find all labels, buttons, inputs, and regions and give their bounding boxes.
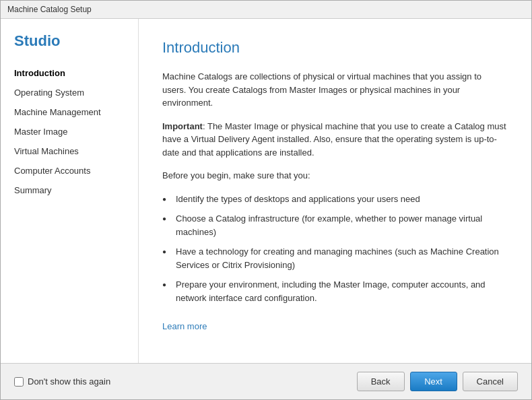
sidebar-item-summary[interactable]: Summary [1,180,138,200]
sidebar-item-introduction[interactable]: Introduction [1,63,138,83]
sidebar-item-virtual-machines[interactable]: Virtual Machines [1,141,138,161]
sidebar-item-operating-system[interactable]: Operating System [1,83,138,102]
sidebar-item-master-image[interactable]: Master Image [1,122,138,141]
bullet-item-4: Prepare your environment, including the … [162,275,508,308]
content-area: Studio Introduction Operating System Mac… [1,19,531,363]
window-title: Machine Catalog Setup [7,5,92,14]
dont-show-checkbox[interactable] [14,377,24,387]
cancel-button[interactable]: Cancel [463,372,518,391]
next-button[interactable]: Next [410,372,457,391]
important-text: : The Master Image or physical machine t… [162,121,506,158]
before-begin-text: Before you begin, make sure that you: [162,169,508,182]
title-bar: Machine Catalog Setup [1,1,531,19]
learn-more-link[interactable]: Learn more [162,321,508,331]
sidebar-title: Studio [1,32,138,63]
page-title: Introduction [162,39,508,57]
main-content: Introduction Machine Catalogs are collec… [139,19,531,363]
important-label: Important [162,121,203,131]
bullet-list: Identify the types of desktops and appli… [162,189,508,308]
dont-show-label: Don't show this again [28,376,110,387]
sidebar-item-computer-accounts[interactable]: Computer Accounts [1,161,138,180]
intro-paragraph: Machine Catalogs are collections of phys… [162,70,508,110]
footer: Don't show this again Back Next Cancel [1,363,531,399]
important-block: Important: The Master Image or physical … [162,120,508,160]
sidebar-item-machine-management[interactable]: Machine Management [1,102,138,122]
window: Machine Catalog Setup Studio Introductio… [0,0,532,400]
footer-buttons: Back Next Cancel [357,372,518,391]
sidebar: Studio Introduction Operating System Mac… [1,19,139,363]
bullet-item-3: Have a technology for creating and manag… [162,242,508,275]
back-button[interactable]: Back [357,372,405,391]
dont-show-checkbox-label[interactable]: Don't show this again [14,376,110,387]
main-content-wrapper: Introduction Machine Catalogs are collec… [139,19,531,363]
footer-left: Don't show this again [14,376,110,387]
bullet-item-2: Choose a Catalog infrastructure (for exa… [162,209,508,242]
bullet-item-1: Identify the types of desktops and appli… [162,189,508,209]
